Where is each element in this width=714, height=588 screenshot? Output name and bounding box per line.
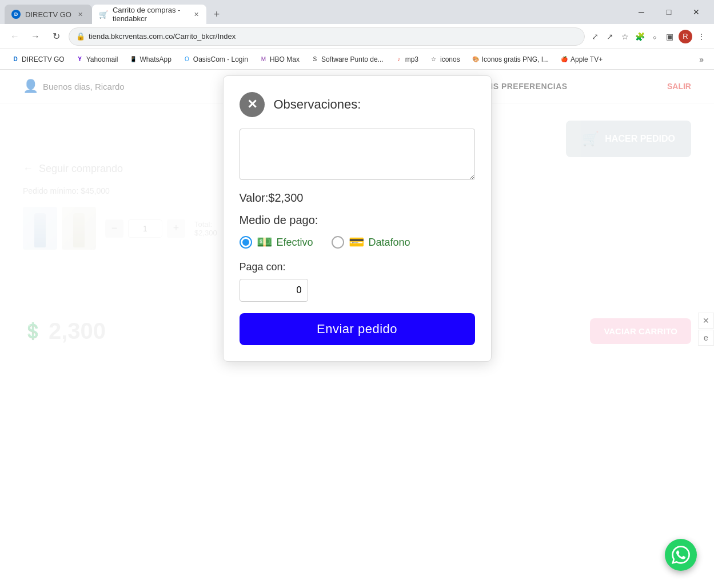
- ext2-icon[interactable]: ⬦: [649, 31, 660, 42]
- datafono-label: Datafono: [369, 237, 410, 249]
- modal-overlay: ✕ Observaciones: Valor:$2,300 Medio de p…: [0, 70, 714, 588]
- lock-icon: 🔒: [76, 32, 85, 41]
- valor-amount: $2,300: [268, 191, 303, 204]
- address-bar[interactable]: 🔒 tienda.bkcrventas.com.co/Carrito_bkcr/…: [69, 27, 585, 46]
- bookmark-favicon-whatsapp: 📱: [129, 55, 137, 63]
- modal-value: Valor:$2,300: [240, 191, 475, 205]
- medio-pago-label: Medio de pago:: [240, 214, 475, 227]
- modal-header: ✕ Observaciones:: [240, 92, 475, 117]
- bookmark-label-iconos-gratis: Iconos gratis PNG, I...: [482, 55, 549, 63]
- bookmark-label-oasiscom: OasisCom - Login: [193, 55, 248, 63]
- bookmark-favicon-iconos-gratis: 🎨: [472, 55, 480, 63]
- datafono-option[interactable]: 💳 Datafono: [332, 235, 410, 250]
- bookmark-hbomax[interactable]: M HBO Max: [255, 54, 304, 65]
- menu-icon[interactable]: ⋮: [696, 31, 707, 42]
- tab-carrito[interactable]: 🛒 Carrito de compras - tiendabkcr ✕: [92, 5, 206, 24]
- bookmark-directv[interactable]: D DIRECTV GO: [7, 54, 69, 65]
- modal-title: Observaciones:: [274, 97, 361, 112]
- bookmark-label-directv: DIRECTV GO: [22, 55, 65, 63]
- browser-chrome: D DIRECTV GO ✕ 🛒 Carrito de compras - ti…: [0, 0, 714, 70]
- ext-icon[interactable]: 🧩: [634, 31, 645, 42]
- bookmark-oasiscom[interactable]: O OasisCom - Login: [178, 54, 253, 65]
- observations-textarea[interactable]: [240, 129, 475, 180]
- bookmark-favicon-yahoomail: Y: [76, 55, 84, 63]
- bookmark-favicon-software: S: [311, 55, 319, 63]
- bookmark-favicon-appletv: 🍎: [560, 55, 568, 63]
- efectivo-icon: 💵: [257, 235, 272, 250]
- page-content: 👤 Buenos dias, Ricardo CHEQUEADOR (PRICE…: [0, 70, 714, 588]
- bookmark-whatsapp[interactable]: 📱 WhatsApp: [125, 54, 175, 65]
- bookmarks-bar: D DIRECTV GO Y Yahoomail 📱 WhatsApp O Oa…: [0, 49, 714, 70]
- tab-bar: D DIRECTV GO ✕ 🛒 Carrito de compras - ti…: [0, 0, 714, 24]
- paga-con-input[interactable]: [240, 279, 308, 302]
- modal-close-button[interactable]: ✕: [240, 92, 265, 117]
- address-bar-icons: ⤢ ↗ ☆ 🧩 ⬦ ▣ R ⋮: [589, 30, 707, 43]
- datafono-radio[interactable]: [332, 236, 344, 249]
- cast-icon[interactable]: ⤢: [589, 31, 601, 42]
- new-tab-button[interactable]: +: [209, 6, 225, 22]
- window-controls: ─ □ ✕: [628, 3, 709, 26]
- share-icon[interactable]: ↗: [604, 31, 616, 42]
- bookmark-favicon-directv: D: [11, 55, 19, 63]
- tab-close-1[interactable]: ✕: [76, 10, 85, 19]
- bookmark-iconos-gratis[interactable]: 🎨 Iconos gratis PNG, I...: [467, 54, 553, 65]
- bookmark-label-iconos: iconos: [440, 55, 460, 63]
- efectivo-option[interactable]: 💵 Efectivo: [240, 235, 313, 250]
- forward-button[interactable]: →: [27, 29, 43, 45]
- directv-favicon: D: [11, 10, 21, 19]
- bookmark-label-hbomax: HBO Max: [270, 55, 300, 63]
- paga-con-label: Paga con:: [240, 261, 475, 273]
- bookmark-appletv[interactable]: 🍎 Apple TV+: [556, 54, 607, 65]
- tab-directvgo[interactable]: D DIRECTV GO ✕: [5, 5, 92, 24]
- bookmark-software[interactable]: S Software Punto de...: [306, 54, 388, 65]
- enviar-pedido-button[interactable]: Enviar pedido: [240, 313, 475, 345]
- address-bar-row: ← → ↻ 🔒 tienda.bkcrventas.com.co/Carrito…: [0, 24, 714, 49]
- address-text: tienda.bkcrventas.com.co/Carrito_bkcr/In…: [89, 32, 236, 41]
- whatsapp-icon: [672, 546, 690, 564]
- whatsapp-fab-button[interactable]: [665, 539, 697, 571]
- back-button[interactable]: ←: [7, 29, 23, 45]
- efectivo-label: Efectivo: [277, 237, 313, 249]
- tab-close-2[interactable]: ✕: [193, 10, 200, 19]
- bookmark-label-yahoomail: Yahoomail: [86, 55, 118, 63]
- efectivo-radio[interactable]: [240, 236, 252, 249]
- close-icon: ✕: [247, 97, 257, 112]
- bookmark-label-appletv: Apple TV+: [571, 55, 603, 63]
- bookmark-label-software: Software Punto de...: [321, 55, 384, 63]
- efectivo-radio-inner: [242, 239, 249, 246]
- close-button[interactable]: ✕: [683, 3, 709, 21]
- bookmark-mp3[interactable]: ♪ mp3: [390, 54, 423, 65]
- bookmark-favicon-iconos: ☆: [430, 55, 438, 63]
- payment-options: 💵 Efectivo 💳 Datafono: [240, 235, 475, 250]
- profile-icon[interactable]: R: [679, 30, 692, 43]
- bookmark-iconos[interactable]: ☆ iconos: [425, 54, 465, 65]
- bookmark-star-icon[interactable]: ☆: [619, 31, 631, 42]
- restore-button[interactable]: □: [656, 3, 682, 21]
- bookmark-label-whatsapp: WhatsApp: [139, 55, 171, 63]
- minimize-button[interactable]: ─: [628, 3, 655, 21]
- refresh-button[interactable]: ↻: [48, 29, 64, 45]
- more-bookmarks-button[interactable]: »: [696, 54, 707, 65]
- bookmark-favicon-oasiscom: O: [183, 55, 191, 63]
- bookmark-favicon-mp3: ♪: [395, 55, 403, 63]
- tab-label-1: DIRECTV GO: [25, 10, 71, 19]
- valor-label: Valor:: [240, 191, 269, 204]
- datafono-icon: 💳: [349, 235, 364, 250]
- tab-favicon-2: 🛒: [99, 10, 108, 19]
- bookmark-label-mp3: mp3: [405, 55, 418, 63]
- sidebar-icon[interactable]: ▣: [664, 31, 675, 42]
- bookmark-yahoomail[interactable]: Y Yahoomail: [71, 54, 123, 65]
- order-modal: ✕ Observaciones: Valor:$2,300 Medio de p…: [223, 75, 492, 362]
- tab-label-2: Carrito de compras - tiendabkcr: [113, 6, 188, 23]
- bookmark-favicon-hbomax: M: [260, 55, 268, 63]
